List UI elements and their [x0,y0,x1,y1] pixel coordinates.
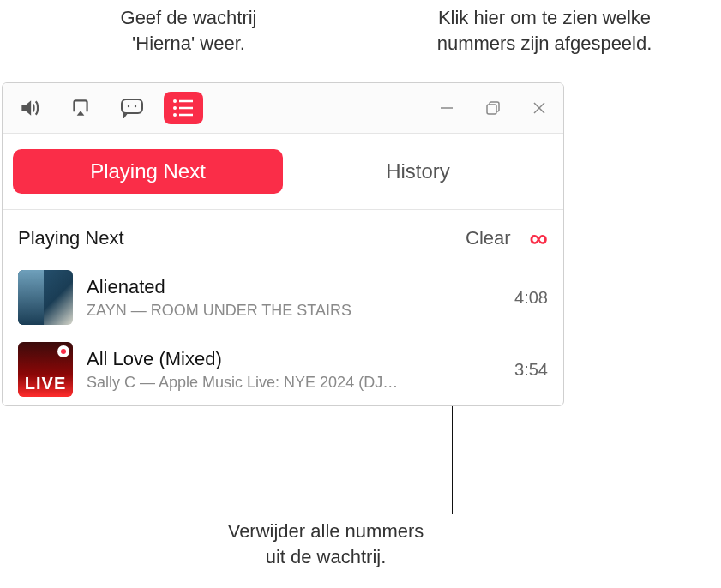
minimize-icon [439,100,454,116]
callout-history: Klik hier om te zien welke nummers zijn … [377,5,712,56]
window-controls [435,96,551,120]
playing-next-button[interactable] [164,92,203,124]
album-art-label: LIVE [25,374,66,397]
music-miniplayer-window: Playing Next History Playing Next Clear … [2,82,564,406]
lyrics-button[interactable] [112,92,152,124]
tab-label: Playing Next [90,159,206,183]
svg-point-2 [135,105,136,107]
maximize-icon [485,100,501,116]
track-row[interactable]: Alienated ZAYN — ROOM UNDER THE STAIRS 4… [3,261,563,333]
queue-header: Playing Next Clear ∞ [3,210,563,261]
track-duration: 4:08 [514,288,548,308]
queue-header-title: Playing Next [18,227,124,249]
svg-point-1 [128,105,129,107]
volume-button[interactable] [9,92,49,124]
svg-point-5 [173,106,177,110]
svg-rect-0 [122,99,142,113]
close-icon [532,100,547,116]
album-art: LIVE [18,342,73,397]
svg-rect-11 [487,105,496,114]
volume-icon [18,97,40,119]
album-art [18,270,73,325]
toolbar [3,83,563,134]
autoplay-toggle[interactable]: ∞ [530,224,548,253]
list-icon [172,99,195,117]
maximize-button[interactable] [481,96,505,120]
track-subtitle: ZAYN — ROOM UNDER THE STAIRS [87,302,501,320]
track-duration: 3:54 [514,360,548,380]
toolbar-left [9,92,203,124]
track-title: All Love (Mixed) [87,348,501,370]
tab-playing-next[interactable]: Playing Next [13,149,283,194]
track-info: All Love (Mixed) Sally C — Apple Music L… [87,348,501,392]
callout-queue: Geef de wachtrij 'Hierna' weer. [51,5,326,56]
svg-point-7 [173,113,177,117]
airplay-icon [69,97,92,119]
track-info: Alienated ZAYN — ROOM UNDER THE STAIRS [87,276,501,320]
close-button[interactable] [527,96,551,120]
lyrics-icon [120,98,144,118]
queue-tabs: Playing Next History [3,134,563,210]
minimize-button[interactable] [435,96,459,120]
callout-clear: Verwijder alle nummers uit de wachtrij. [154,519,497,569]
track-row[interactable]: LIVE All Love (Mixed) Sally C — Apple Mu… [3,333,563,405]
clear-queue-button[interactable]: Clear [466,227,511,249]
track-title: Alienated [87,276,501,298]
airplay-button[interactable] [61,92,100,124]
svg-point-3 [173,99,177,103]
track-subtitle: Sally C — Apple Music Live: NYE 2024 (DJ… [87,374,501,392]
tab-history[interactable]: History [283,149,553,194]
tab-label: History [386,159,450,183]
queue-header-actions: Clear ∞ [466,224,548,253]
